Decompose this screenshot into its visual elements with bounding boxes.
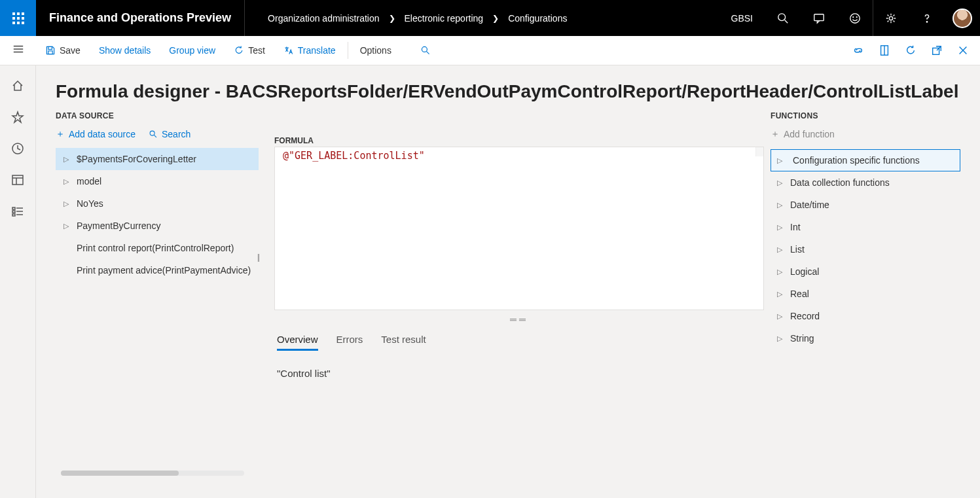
link-icon: [852, 44, 864, 56]
function-category[interactable]: ▷Int: [771, 216, 960, 238]
functions-tree: ▷Configuration specific functions ▷Data …: [771, 149, 960, 349]
function-category[interactable]: ▷List: [771, 238, 960, 260]
user-avatar[interactable]: [953, 9, 972, 28]
nav-recent[interactable]: [10, 141, 25, 156]
svg-point-15: [889, 16, 892, 20]
svg-line-23: [427, 52, 429, 54]
page-title: Formula designer - BACSReportsFolder/ERV…: [56, 81, 960, 102]
nav-home[interactable]: [10, 79, 25, 93]
nav-modules[interactable]: [10, 204, 25, 219]
topbar-right: GBSI: [719, 0, 980, 36]
save-button[interactable]: Save: [36, 36, 90, 65]
nav-favorites[interactable]: [10, 110, 25, 124]
home-icon: [11, 79, 24, 92]
data-source-heading: DATA SOURCE: [56, 111, 259, 120]
svg-rect-4: [17, 17, 20, 20]
search-button[interactable]: [765, 0, 801, 36]
modules-icon: [11, 205, 24, 218]
svg-line-10: [784, 20, 788, 23]
tab-errors[interactable]: Errors: [336, 330, 363, 351]
breadcrumb: Organization administration ❯ Electronic…: [245, 0, 567, 36]
company-label[interactable]: GBSI: [719, 13, 765, 24]
editor-gutter: [755, 147, 763, 156]
svg-rect-35: [12, 214, 15, 216]
popout-button[interactable]: [924, 37, 950, 63]
function-category[interactable]: ▷Date/time: [771, 194, 960, 216]
function-category[interactable]: ▷String: [771, 327, 960, 349]
save-icon: [45, 45, 56, 56]
feedback-button[interactable]: [837, 0, 873, 36]
help-button[interactable]: [909, 0, 945, 36]
attach-button[interactable]: [845, 37, 871, 63]
tree-item[interactable]: ▷NoYes: [56, 192, 259, 215]
tree-item[interactable]: ▷Print payment advice(PrintPaymentAdvice…: [56, 259, 259, 281]
gear-icon: [885, 12, 897, 24]
breadcrumb-item[interactable]: Configurations: [508, 13, 567, 24]
svg-point-14: [856, 16, 857, 17]
function-category[interactable]: ▷Configuration specific functions: [771, 149, 960, 171]
breadcrumb-item[interactable]: Electronic reporting: [405, 13, 484, 24]
hamburger-icon: [12, 43, 24, 55]
tab-overview[interactable]: Overview: [277, 330, 318, 351]
svg-point-12: [850, 13, 859, 22]
functions-heading: FUNCTIONS: [771, 111, 960, 120]
star-icon: [11, 111, 24, 124]
refresh-page-button[interactable]: [898, 37, 924, 63]
svg-rect-34: [12, 211, 15, 213]
refresh-icon: [234, 45, 244, 56]
nav-toggle-button[interactable]: [12, 43, 24, 58]
chevron-right-icon: ▷: [64, 222, 70, 230]
search-data-source-button[interactable]: Search: [149, 128, 191, 140]
close-button[interactable]: [950, 37, 976, 63]
group-view-button[interactable]: Group view: [160, 36, 225, 65]
chevron-right-icon: ❯: [492, 14, 499, 23]
tab-test-result[interactable]: Test result: [381, 330, 426, 351]
chevron-right-icon: ▷: [777, 201, 784, 209]
app-launcher-button[interactable]: [0, 0, 36, 36]
horizontal-scrollbar[interactable]: [61, 471, 244, 476]
chevron-right-icon: ▷: [777, 179, 784, 187]
svg-point-39: [150, 131, 154, 135]
svg-point-13: [852, 16, 853, 17]
nav-workspaces[interactable]: [10, 173, 25, 187]
svg-rect-20: [48, 46, 52, 49]
action-bar: Save Show details Group view Test Transl…: [0, 36, 980, 65]
find-button[interactable]: [401, 36, 440, 65]
tree-item[interactable]: ▷model: [56, 170, 259, 192]
workspace-icon: [11, 173, 24, 187]
data-source-tree: ▷$PaymentsForCoveringLetter ▷model ▷NoYe…: [56, 148, 259, 281]
help-icon: [921, 12, 933, 24]
chevron-right-icon: ▷: [777, 312, 784, 321]
svg-point-16: [926, 21, 927, 22]
test-button[interactable]: Test: [225, 36, 274, 65]
formula-panel: FORMULA @"GER_LABEL:ControlList" ══ Over…: [259, 109, 764, 480]
waffle-icon: [12, 12, 25, 25]
breadcrumb-item[interactable]: Organization administration: [268, 13, 379, 24]
function-category[interactable]: ▷Record: [771, 305, 960, 327]
chevron-right-icon: ▷: [777, 268, 784, 276]
settings-button[interactable]: [873, 0, 909, 36]
options-button[interactable]: Options: [351, 36, 401, 65]
svg-rect-5: [22, 17, 24, 20]
svg-rect-1: [17, 12, 20, 15]
refresh-icon: [905, 44, 916, 56]
tree-item[interactable]: ▷$PaymentsForCoveringLetter: [56, 148, 259, 170]
page-button[interactable]: [871, 37, 898, 63]
formula-heading: FORMULA: [274, 136, 764, 145]
tree-item[interactable]: ▷PaymentByCurrency: [56, 215, 259, 237]
tree-item[interactable]: ▷Print control report(PrintControlReport…: [56, 237, 259, 259]
formula-editor[interactable]: @"GER_LABEL:ControlList": [274, 147, 764, 310]
clock-icon: [11, 142, 24, 155]
svg-rect-30: [12, 175, 23, 185]
function-category[interactable]: ▷Real: [771, 283, 960, 305]
vertical-splitter[interactable]: ══: [274, 314, 764, 325]
messages-button[interactable]: [801, 0, 837, 36]
function-category[interactable]: ▷Data collection functions: [771, 171, 960, 194]
show-details-button[interactable]: Show details: [90, 36, 160, 65]
add-data-source-button[interactable]: ＋ Add data source: [56, 128, 136, 140]
translate-button[interactable]: Translate: [274, 36, 345, 65]
svg-rect-2: [22, 12, 24, 15]
separator: [348, 42, 348, 59]
function-category[interactable]: ▷Logical: [771, 260, 960, 283]
svg-rect-33: [12, 207, 15, 209]
